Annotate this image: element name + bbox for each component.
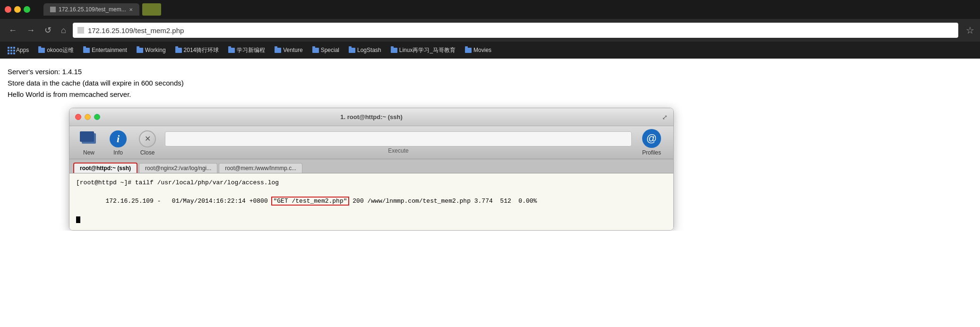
home-button[interactable]: ⌂ xyxy=(58,24,69,37)
terminal-tab-mem[interactable]: root@mem:/www/lnmmp.c... xyxy=(219,163,302,173)
terminal-tab-nginx2[interactable]: root@nginx2:/var/log/ngi... xyxy=(139,163,217,173)
close-tool-button[interactable]: ✕ Close xyxy=(136,129,159,156)
bookmark-learnprogramming[interactable]: 学习新编程 xyxy=(224,45,269,56)
tab-mem-label: root@mem:/www/lnmmp.c... xyxy=(225,165,296,172)
tab-bar: 172.16.25.109/test_mem... ✕ xyxy=(43,3,161,16)
bookmark-logstash[interactable]: LogStash xyxy=(345,45,385,55)
terminal-line-1: [root@httpd ~]# tailf /usr/local/php/var… xyxy=(76,178,667,188)
bookmark-logstash-label: LogStash xyxy=(357,47,381,53)
info-tool-button[interactable]: i Info xyxy=(106,129,130,156)
server-version-line: Server's version: 1.4.15 xyxy=(8,66,972,77)
folder-icon xyxy=(312,48,319,53)
bookmark-okooo[interactable]: okooo运维 xyxy=(34,45,77,56)
url-input[interactable]: 172.16.25.109/test_mem2.php xyxy=(73,23,958,38)
bookmark-working[interactable]: Working xyxy=(133,45,170,55)
minimize-button[interactable] xyxy=(14,6,21,13)
bookmark-special[interactable]: Special xyxy=(309,45,343,55)
urlbar-area: ← → ↺ ⌂ 172.16.25.109/test_mem2.php ☆ xyxy=(0,19,980,42)
tab-httpd-label: root@httpd:~ (ssh) xyxy=(80,165,131,172)
terminal-window: 1. root@httpd:~ (ssh) ⤢ New i Info xyxy=(69,108,674,231)
terminal-line-3 xyxy=(76,215,667,224)
store-data-line: Store data in the cache (data will expir… xyxy=(8,77,972,89)
url-page-icon xyxy=(77,27,84,34)
bookmark-movies[interactable]: Movies xyxy=(461,45,495,55)
terminal-maximize-button[interactable] xyxy=(94,114,100,120)
hello-world-line: Hello World is from memcached server. xyxy=(8,89,972,100)
folder-icon xyxy=(175,48,182,53)
bookmark-movies-label: Movies xyxy=(473,47,491,53)
info-icon: i xyxy=(109,129,128,148)
tab-page-icon xyxy=(50,7,56,12)
info-label: Info xyxy=(113,149,123,156)
apps-icon xyxy=(8,47,14,53)
bookmark-learnprogramming-label: 学习新编程 xyxy=(237,46,265,54)
bookmark-linux-label: Linux再学习_马哥教育 xyxy=(399,46,456,54)
profiles-label: Profiles xyxy=(642,149,661,156)
terminal-line-1-text: [root@httpd ~]# tailf /usr/local/php/var… xyxy=(76,179,279,186)
page-content: Server's version: 1.4.15 Store data in t… xyxy=(0,59,980,231)
tab-close-button[interactable]: ✕ xyxy=(129,7,133,12)
bookmark-okooo-label: okooo运维 xyxy=(47,46,74,54)
reload-button[interactable]: ↺ xyxy=(42,23,54,37)
bookmark-working-label: Working xyxy=(145,47,166,53)
expand-icon[interactable]: ⤢ xyxy=(662,113,668,121)
folder-icon xyxy=(465,48,472,53)
titlebar: 172.16.25.109/test_mem... ✕ xyxy=(0,0,980,19)
terminal-toolbar: New i Info ✕ Close Execute @ Profil xyxy=(69,126,673,159)
bookmark-2014riding[interactable]: 2014骑行环球 xyxy=(172,45,223,56)
profiles-button[interactable]: @ Profiles xyxy=(637,129,666,156)
new-label: New xyxy=(83,149,95,156)
folder-icon xyxy=(83,48,90,53)
bookmark-star-button[interactable]: ☆ xyxy=(966,25,974,36)
new-tool-button[interactable]: New xyxy=(77,129,101,156)
terminal-line-2-prefix: 172.16.25.109 - 01/May/2014:16:22:14 +08… xyxy=(105,198,271,205)
url-text: 172.16.25.109/test_mem2.php xyxy=(88,26,184,34)
terminal-line-2-suffix: 200 /www/lnmmp.com/test_mem2.php 3.774 5… xyxy=(349,198,537,205)
folder-icon xyxy=(391,48,397,53)
terminal-cursor xyxy=(76,216,80,223)
back-button[interactable]: ← xyxy=(6,24,20,37)
close-label: Close xyxy=(140,149,155,156)
bookmark-venture-label: Venture xyxy=(283,47,302,53)
bookmarks-bar: Apps okooo运维 Entertainment Working 2014骑… xyxy=(0,42,980,59)
execute-area: Execute xyxy=(165,131,632,154)
terminal-highlighted-get: "GET /test_mem2.php" xyxy=(271,197,349,206)
folder-icon xyxy=(275,48,281,53)
new-tab-indicator[interactable] xyxy=(142,3,161,16)
bookmark-entertainment-label: Entertainment xyxy=(92,47,127,53)
profiles-icon: @ xyxy=(642,129,661,148)
window-controls xyxy=(5,6,30,13)
bookmark-venture[interactable]: Venture xyxy=(271,45,306,55)
bookmark-special-label: Special xyxy=(321,47,339,53)
execute-input[interactable] xyxy=(165,131,632,146)
bookmark-2014riding-label: 2014骑行环球 xyxy=(184,46,219,54)
close-tool-icon: ✕ xyxy=(138,129,157,148)
maximize-button[interactable] xyxy=(24,6,30,13)
active-tab[interactable]: 172.16.25.109/test_mem... ✕ xyxy=(43,3,139,16)
terminal-titlebar: 1. root@httpd:~ (ssh) ⤢ xyxy=(69,108,673,126)
terminal-line-2: 172.16.25.109 - 01/May/2014:16:22:14 +08… xyxy=(76,188,667,215)
tab-label: 172.16.25.109/test_mem... xyxy=(59,6,126,13)
bookmark-entertainment[interactable]: Entertainment xyxy=(79,45,131,55)
new-icon xyxy=(79,129,98,148)
tab-nginx2-label: root@nginx2:/var/log/ngi... xyxy=(145,165,211,172)
terminal-minimize-button[interactable] xyxy=(85,114,91,120)
terminal-close-button[interactable] xyxy=(75,114,81,120)
forward-button[interactable]: → xyxy=(24,24,38,37)
terminal-window-controls xyxy=(75,114,100,120)
terminal-tabs: root@httpd:~ (ssh) root@nginx2:/var/log/… xyxy=(69,159,673,173)
execute-label: Execute xyxy=(165,147,632,154)
folder-icon xyxy=(137,48,143,53)
folder-icon xyxy=(349,48,355,53)
bookmark-apps-label: Apps xyxy=(16,47,29,53)
folder-icon xyxy=(228,48,235,53)
terminal-title: 1. root@httpd:~ (ssh) xyxy=(340,113,402,120)
bookmark-linux[interactable]: Linux再学习_马哥教育 xyxy=(387,45,459,56)
folder-icon xyxy=(38,48,45,53)
bookmark-apps[interactable]: Apps xyxy=(4,45,33,55)
close-button[interactable] xyxy=(5,6,11,13)
terminal-tab-httpd[interactable]: root@httpd:~ (ssh) xyxy=(73,163,138,173)
terminal-body: [root@httpd ~]# tailf /usr/local/php/var… xyxy=(69,173,673,230)
